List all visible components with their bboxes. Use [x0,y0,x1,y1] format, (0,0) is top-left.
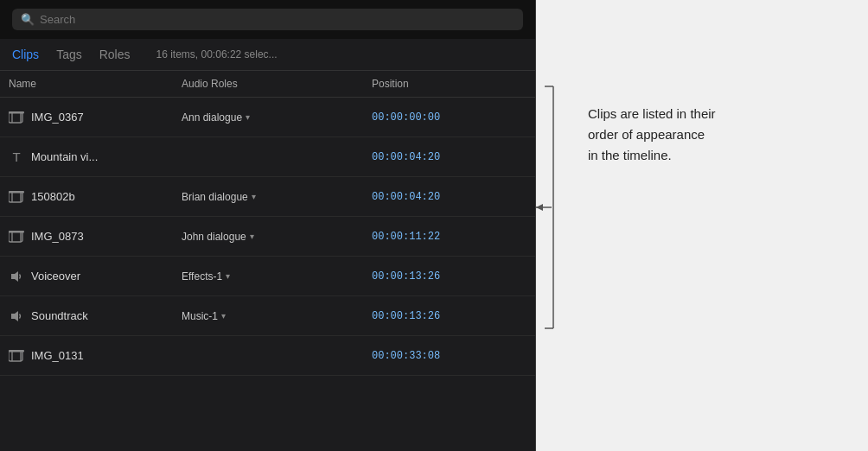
role-dropdown[interactable]: Music-1 ▾ [182,310,226,322]
role-dropdown[interactable]: Ann dialogue ▾ [182,111,250,124]
role-dropdown[interactable]: Brian dialogue ▾ [182,191,256,203]
chevron-down-icon: ▾ [246,112,250,122]
title-clip-icon: T [9,149,24,164]
audio-role-cell-150802b: Brian dialogue ▾ [173,191,363,203]
search-icon: 🔍 [21,13,35,26]
table-row[interactable]: Soundtrack Music-1 ▾ 00:00:13:26 [0,296,535,336]
clip-name: Voiceover [31,270,80,283]
annotation-bracket-svg [536,78,555,337]
table-row[interactable]: IMG_0367 ▶ Ann dialogue ▾ 00:00:00:00 [0,98,535,137]
role-label: Effects-1 [182,270,222,283]
annotation-line2: order of appearance [588,124,716,145]
chevron-down-icon: ▾ [226,271,230,281]
video-clip-icon [9,191,24,203]
name-cell-150802b: 150802b [0,190,173,203]
name-cell-img0873: IMG_0873 [0,230,173,243]
position-cell-img0131: 00:00:33:08 [363,350,501,362]
tab-tags[interactable]: Tags [56,46,82,63]
svg-marker-12 [11,271,18,282]
table-row[interactable]: T Mountain vi... 00:00:04:20 [0,137,535,177]
video-clip-icon [9,111,24,124]
chevron-down-icon: ▾ [250,232,254,241]
svg-marker-13 [11,311,18,321]
name-cell-voiceover: Voiceover [0,270,173,283]
table-body: IMG_0367 ▶ Ann dialogue ▾ 00:00:00:00 T … [0,98,535,451]
clip-name: IMG_0873 [31,230,84,243]
position-cell-voiceover: 00:00:13:26 [363,270,501,283]
svg-rect-17 [9,350,24,353]
role-dropdown[interactable]: Effects-1 ▾ [182,270,230,283]
video-clip-icon [9,231,24,243]
tab-bar: Clips Tags Roles 16 items, 00:06:22 sele… [0,39,535,71]
search-bar: 🔍 [0,0,535,39]
name-cell-img0367: IMG_0367 ▶ [0,111,173,124]
audio-role-cell-img0367: Ann dialogue ▾ [173,111,363,124]
clip-name: 150802b [31,190,75,203]
audio-role-cell-soundtrack: Music-1 ▾ [173,310,363,322]
annotation-line3: in the timeline. [588,145,716,166]
table-header: Name Audio Roles Position [0,71,535,98]
clip-name: IMG_0131 [31,349,84,362]
position-cell-mountainvi: 00:00:04:20 [363,151,501,163]
audio-clip-icon [9,310,24,322]
col-header-position: Position [363,76,501,92]
selection-info: 16 items, 00:06:22 selec... [156,48,278,60]
annotation-text-block: Clips are listed in their order of appea… [588,104,716,166]
name-cell-img0131: IMG_0131 [0,349,173,362]
svg-marker-22 [536,204,543,211]
col-header-name: Name [0,76,173,92]
table-row[interactable]: 150802b Brian dialogue ▾ 00:00:04:20 [0,177,535,217]
chevron-down-icon: ▾ [221,311,226,321]
browser-panel: 🔍 Clips Tags Roles 16 items, 00:06:22 se… [0,0,536,451]
position-cell-soundtrack: 00:00:13:26 [363,310,501,322]
tab-roles[interactable]: Roles [99,46,131,63]
video-clip-icon [9,350,24,362]
clip-name: Soundtrack [31,309,88,322]
col-header-audio-roles: Audio Roles [173,76,363,92]
annotation-line1: Clips are listed in their [588,104,716,124]
search-input[interactable] [40,13,514,26]
annotation-panel: Clips are listed in their order of appea… [536,0,868,451]
name-cell-mountainvi: T Mountain vi... [0,149,173,164]
table-row[interactable]: Voiceover Effects-1 ▾ 00:00:13:26 [0,257,535,296]
position-cell-img0367: 00:00:00:00 [363,111,501,124]
tab-clips[interactable]: Clips [12,46,39,63]
svg-rect-3 [9,111,24,114]
audio-clip-icon [9,270,24,283]
table-row[interactable]: IMG_0873 John dialogue ▾ 00:00:11:22 [0,217,535,257]
search-wrapper[interactable]: 🔍 [12,9,523,30]
position-cell-150802b: 00:00:04:20 [363,191,501,203]
position-cell-img0873: 00:00:11:22 [363,231,501,243]
role-label: Brian dialogue [182,191,248,203]
name-cell-soundtrack: Soundtrack [0,309,173,322]
role-label: Ann dialogue [182,111,242,124]
role-dropdown[interactable]: John dialogue ▾ [182,231,254,243]
svg-rect-11 [9,231,24,233]
audio-role-cell-voiceover: Effects-1 ▾ [173,270,363,283]
role-label: Music-1 [182,310,218,322]
svg-rect-7 [9,191,24,194]
role-label: John dialogue [182,231,246,243]
chevron-down-icon: ▾ [252,192,256,201]
clip-name: Mountain vi... [31,150,98,163]
clip-name: IMG_0367 [31,111,84,124]
audio-role-cell-img0873: John dialogue ▾ [173,231,363,243]
table-row[interactable]: IMG_0131 00:00:33:08 [0,336,535,376]
